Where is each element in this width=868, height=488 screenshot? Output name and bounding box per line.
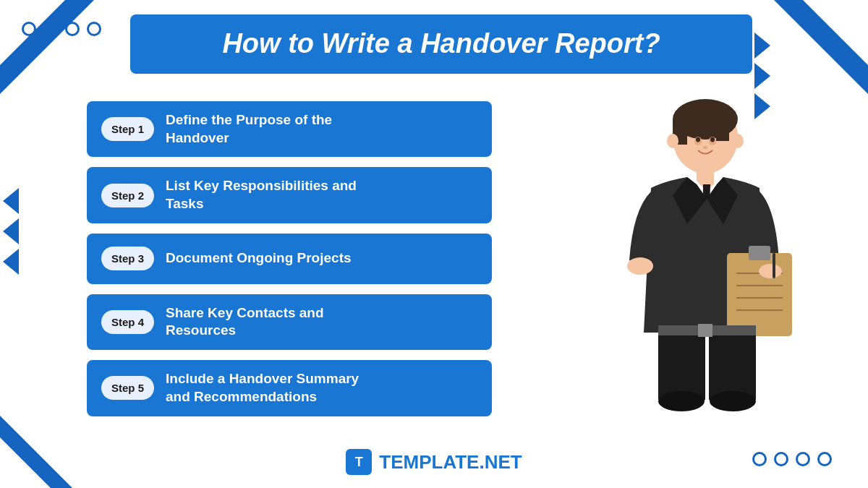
step-item-5: Step 5 Include a Handover Summaryand Rec… — [87, 360, 492, 416]
svg-point-6 — [696, 137, 700, 142]
circle-4 — [87, 22, 101, 36]
svg-rect-30 — [698, 324, 712, 337]
svg-rect-25 — [658, 329, 705, 401]
brand-icon: T — [346, 449, 372, 475]
chevron-arrow-1 — [754, 33, 770, 59]
brand-suffix: .NET — [479, 451, 522, 473]
chevron-left-2 — [3, 218, 19, 244]
person-svg — [593, 80, 796, 412]
step-item-4: Step 4 Share Key Contacts andResources — [87, 294, 492, 350]
step-item-3: Step 3 Document Ongoing Projects — [87, 234, 492, 284]
step-item-1: Step 1 Define the Purpose of theHandover — [87, 101, 492, 157]
corner-deco-top-left — [0, 0, 101, 94]
svg-rect-24 — [773, 253, 775, 278]
title-box: How to Write a Handover Report? — [130, 14, 752, 74]
main-container: How to Write a Handover Report? Step 1 D… — [0, 0, 868, 488]
svg-point-23 — [759, 264, 782, 278]
circle-1 — [22, 22, 36, 36]
svg-point-16 — [627, 257, 653, 275]
svg-point-28 — [710, 391, 756, 411]
step-item-2: Step 2 List Key Responsibilities andTask… — [87, 167, 492, 223]
corner-deco-bottom-left — [0, 401, 87, 488]
step-badge-2: Step 2 — [101, 184, 154, 207]
step-text-1: Define the Purpose of theHandover — [166, 111, 332, 147]
top-circles — [22, 22, 101, 36]
brand-name: TEMPLATE.NET — [379, 451, 522, 474]
chevron-left-3 — [3, 249, 19, 275]
svg-point-7 — [710, 137, 715, 142]
svg-rect-17 — [727, 253, 792, 336]
svg-rect-3 — [716, 119, 729, 141]
step-text-4: Share Key Contacts andResources — [166, 304, 324, 340]
title-section: How to Write a Handover Report? — [130, 14, 752, 74]
step-text-3: Document Ongoing Projects — [166, 249, 352, 267]
svg-point-9 — [667, 134, 678, 148]
chevron-left-mid — [0, 188, 19, 275]
svg-rect-18 — [749, 246, 770, 260]
step-text-5: Include a Handover Summaryand Recommenda… — [166, 370, 359, 406]
circle-3 — [65, 22, 80, 36]
person-illustration — [579, 72, 810, 419]
footer: T TEMPLATE.NET — [0, 449, 868, 475]
brand-icon-letter: T — [355, 455, 363, 470]
brand-name-text: TEMPLATE — [379, 451, 479, 473]
steps-section: Step 1 Define the Purpose of theHandover… — [87, 101, 492, 416]
circle-2 — [43, 22, 58, 36]
page-title: How to Write a Handover Report? — [222, 28, 660, 59]
step-badge-4: Step 4 — [101, 310, 154, 334]
step-badge-3: Step 3 — [101, 247, 154, 270]
step-badge-1: Step 1 — [101, 117, 154, 141]
svg-point-10 — [732, 134, 744, 148]
chevron-left-1 — [3, 188, 19, 214]
svg-point-27 — [658, 391, 705, 411]
svg-point-8 — [703, 146, 707, 149]
svg-rect-26 — [709, 329, 756, 401]
step-badge-5: Step 5 — [101, 376, 154, 400]
step-text-2: List Key Responsibilities andTasks — [166, 177, 357, 213]
